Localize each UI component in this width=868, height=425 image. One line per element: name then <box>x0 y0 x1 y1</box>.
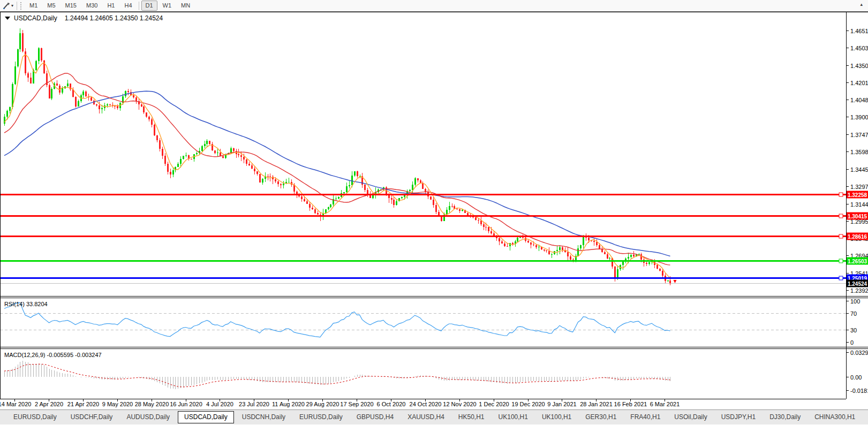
tab-eurusd-daily[interactable]: EURUSD,Daily <box>293 412 349 423</box>
candle-body <box>478 220 479 221</box>
rsi-indicator-label: RSI(14) 33.8204 <box>4 301 48 307</box>
tab-usdcnh-daily[interactable]: USDCNH,Daily <box>236 412 291 423</box>
candle-body <box>107 104 108 105</box>
rsi-axis-label: 30 <box>850 327 857 333</box>
price-axis-label: 1.39000 <box>850 114 868 120</box>
candle-body <box>559 247 561 250</box>
hline-handle[interactable] <box>839 259 843 263</box>
candlesticks <box>4 28 671 285</box>
candle-body <box>328 207 329 209</box>
panel-splitter[interactable] <box>0 347 868 349</box>
tab-uk100-h1[interactable]: UK100,H1 <box>536 412 577 423</box>
chart-canvas[interactable]: 1.465151.450301.435001.420151.404851.390… <box>0 12 868 409</box>
timeframe-button-m15[interactable]: M15 <box>61 1 81 11</box>
candle-body <box>351 176 353 185</box>
timeframe-button-mn[interactable]: MN <box>177 1 194 11</box>
tab-usdjpy-h1[interactable]: USDJPY,H1 <box>715 412 761 423</box>
candle-body <box>490 231 492 233</box>
tab-xauusd-h4[interactable]: XAUUSD,H4 <box>402 412 450 423</box>
candle-body <box>243 157 245 160</box>
date-label: 2 Apr 2020 <box>35 401 63 407</box>
candle-body <box>507 246 508 247</box>
candle-body <box>364 185 366 189</box>
tab-gbpusd-h4[interactable]: GBPUSD,H4 <box>351 412 399 423</box>
timeframe-button-w1[interactable]: W1 <box>158 1 176 11</box>
sell-arrow-marker <box>673 280 676 283</box>
candle-body <box>630 255 632 257</box>
candle-body <box>622 261 624 265</box>
tab-ger30-h1[interactable]: GER30,H1 <box>579 412 622 423</box>
tab-fra40-h1[interactable]: FRA40,H1 <box>624 412 666 423</box>
hline-handle[interactable] <box>839 214 843 218</box>
symbol-dropdown-icon[interactable] <box>5 17 10 20</box>
timeframe-button-h1[interactable]: H1 <box>103 1 119 11</box>
toolbar-collapse-icon[interactable]: ▴ <box>860 2 863 7</box>
candle-body <box>449 206 450 210</box>
candle-body <box>196 153 198 155</box>
candle-body <box>301 196 303 199</box>
tab-usdchf-daily[interactable]: USDCHF,Daily <box>65 412 119 423</box>
candle-body <box>609 258 610 259</box>
price-axis: 1.465151.450301.435001.420151.404851.390… <box>846 28 868 294</box>
candle-body <box>222 156 224 158</box>
tab-usdcad-daily[interactable]: USDCAD,Daily <box>178 411 234 423</box>
panel-splitter[interactable] <box>0 297 868 298</box>
candle-body <box>451 206 453 207</box>
tab-usoil-daily[interactable]: USOil,Daily <box>668 412 713 423</box>
hline-handle[interactable] <box>839 234 843 238</box>
candle-body <box>628 257 629 259</box>
candle-body <box>146 112 147 117</box>
date-axis: 14 Mar 20202 Apr 202021 Apr 20209 May 20… <box>0 399 846 408</box>
macd-signal-line <box>4 364 670 387</box>
candle-body <box>67 84 69 86</box>
timeframe-button-m5[interactable]: M5 <box>43 1 59 11</box>
candle-body <box>262 179 263 183</box>
candle-body <box>19 33 21 50</box>
price-axis-label: 1.40485 <box>850 97 868 103</box>
candle-body <box>462 210 463 211</box>
candle-body <box>330 204 331 207</box>
candle-body <box>151 119 153 125</box>
tab-eurusd-daily[interactable]: EURUSD,Daily <box>7 412 63 423</box>
date-label: 17 Sep 2020 <box>340 401 373 407</box>
toolbar-grip[interactable] <box>20 2 21 10</box>
date-label: 11 Aug 2020 <box>272 401 305 407</box>
hline-handle[interactable] <box>839 193 843 196</box>
tab-uk100-h1[interactable]: UK100,H1 <box>493 412 534 423</box>
candle-body <box>78 101 79 107</box>
candle-body <box>512 243 514 244</box>
timeframe-button-h4[interactable]: H4 <box>120 1 136 11</box>
candle-body <box>22 33 24 51</box>
candle-body <box>162 149 163 156</box>
candle-body <box>314 209 316 212</box>
tab-audusd-daily[interactable]: AUDUSD,Daily <box>120 412 176 423</box>
tab-hk50-h1[interactable]: HK50,H1 <box>452 412 490 423</box>
candle-body <box>499 238 500 241</box>
date-label: 21 Apr 2020 <box>67 401 99 407</box>
candle-body <box>441 216 442 221</box>
ma-fast-line <box>4 55 670 278</box>
candle-body <box>277 181 279 184</box>
candle-body <box>435 205 437 212</box>
timeframe-button-d1[interactable]: D1 <box>141 1 157 11</box>
candle-body <box>148 117 150 119</box>
candle-body <box>209 141 210 143</box>
candle-body <box>159 140 161 149</box>
candle-body <box>488 227 489 231</box>
candle-body <box>312 208 313 209</box>
timeframe-button-m30[interactable]: M30 <box>82 1 102 11</box>
timeframe-button-m1[interactable]: M1 <box>25 1 42 11</box>
candle-body <box>544 249 545 251</box>
cursor-tool-icon[interactable] <box>2 2 11 10</box>
price-axis-label: 1.35985 <box>850 149 868 155</box>
date-label: 1 Dec 2020 <box>479 401 509 407</box>
tab-usoil[interactable]: USOil, <box>863 412 868 423</box>
candle-body <box>85 92 87 96</box>
date-label: 16 Feb 2021 <box>614 401 647 407</box>
hline-handle[interactable] <box>839 276 843 280</box>
tab-dj30-daily[interactable]: DJ30,Daily <box>764 412 806 423</box>
candle-body <box>640 254 642 259</box>
cursor-tool-dropdown-icon[interactable]: ▾ <box>11 3 13 8</box>
tab-china300-h1[interactable]: CHINA300,H1 <box>809 412 861 423</box>
candle-body <box>309 204 311 208</box>
